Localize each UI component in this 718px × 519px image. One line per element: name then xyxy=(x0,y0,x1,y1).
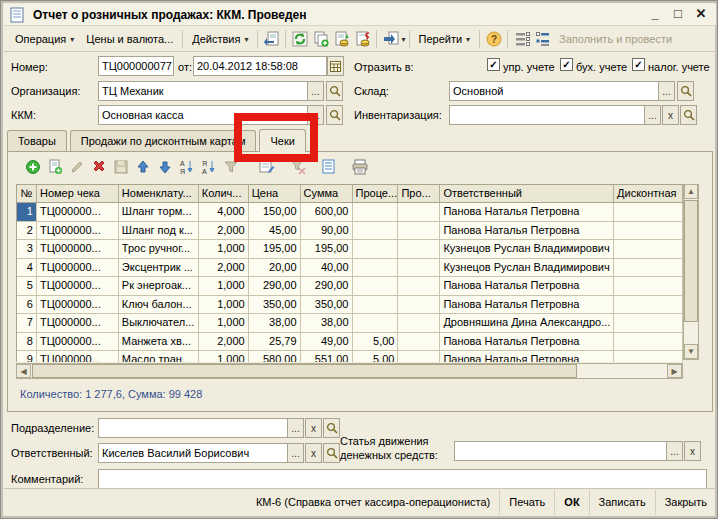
table-cell[interactable]: 6 xyxy=(17,296,37,315)
responsible-open-button[interactable] xyxy=(323,443,340,463)
table-cell[interactable] xyxy=(614,259,683,278)
table-cell[interactable]: ТЦ000000... xyxy=(37,296,119,315)
table-cell[interactable] xyxy=(398,222,440,241)
vertical-scroll-thumb[interactable] xyxy=(684,200,698,322)
table-cell[interactable] xyxy=(398,351,440,362)
table-cell[interactable] xyxy=(398,203,440,222)
table-cell[interactable]: 38,00 xyxy=(249,314,301,333)
table-row[interactable]: 2ТЦ000000...Шланг под к...2,00045,0090,0… xyxy=(17,222,683,241)
comment-input[interactable] xyxy=(98,469,707,489)
column-header[interactable]: № xyxy=(17,185,37,203)
report-structure-icon[interactable] xyxy=(534,31,551,48)
column-header[interactable]: Сумма xyxy=(301,185,353,203)
column-header[interactable]: Проце... xyxy=(353,185,399,203)
table-cell[interactable]: 2 xyxy=(17,222,37,241)
add-row-icon[interactable] xyxy=(24,159,41,176)
inventory-select-button[interactable]: ... xyxy=(644,105,661,125)
table-cell[interactable] xyxy=(353,296,399,315)
responsible-clear-button[interactable]: x xyxy=(305,443,322,463)
table-cell[interactable]: Трос ручног... xyxy=(119,240,199,259)
table-cell[interactable]: 2,000 xyxy=(199,222,249,241)
print-icon[interactable] xyxy=(351,159,368,176)
inventory-clear-button[interactable]: x xyxy=(662,105,679,125)
actions-menu[interactable]: Действия▾ xyxy=(186,30,254,48)
operation-menu[interactable]: Операция▾ xyxy=(9,30,80,48)
organization-open-button[interactable] xyxy=(326,81,343,101)
goto-menu[interactable]: Перейти▾ xyxy=(413,30,477,48)
table-cell[interactable]: 20,00 xyxy=(249,259,301,278)
delete-row-icon[interactable] xyxy=(90,159,107,176)
table-cell[interactable]: 7 xyxy=(17,314,37,333)
table-row[interactable]: 1ТЦ000000...Шланг торм...4,000150,00600,… xyxy=(17,203,683,222)
table-cell[interactable]: Панова Наталья Петровна xyxy=(440,222,614,241)
table-cell[interactable]: 5,00 xyxy=(353,351,399,362)
table-cell[interactable]: 25,79 xyxy=(249,333,301,352)
table-cell[interactable]: ТЦ000000... xyxy=(37,277,119,296)
table-cell[interactable] xyxy=(353,314,399,333)
table-cell[interactable]: Панова Наталья Петровна xyxy=(440,203,614,222)
table-cell[interactable]: ТЦ000000... xyxy=(37,240,119,259)
table-cell[interactable] xyxy=(398,277,440,296)
scroll-down-icon[interactable]: ▼ xyxy=(684,344,698,359)
table-cell[interactable] xyxy=(614,203,683,222)
table-cell[interactable]: 38,00 xyxy=(301,314,353,333)
cashflow-clear-button[interactable]: x xyxy=(684,441,701,461)
table-cell[interactable]: 150,00 xyxy=(249,203,301,222)
table-cell[interactable]: Кузнецов Руслан Владимирович xyxy=(440,240,614,259)
table-cell[interactable] xyxy=(614,277,683,296)
table-row[interactable]: 5ТЦ000000...Рк энергоак...1,000290,00290… xyxy=(17,277,683,296)
table-cell[interactable] xyxy=(353,222,399,241)
structure-icon[interactable] xyxy=(513,31,530,48)
table-cell[interactable]: 350,00 xyxy=(249,296,301,315)
column-header[interactable]: Номенклату... xyxy=(119,185,199,203)
division-open-button[interactable] xyxy=(323,418,340,438)
table-row[interactable]: 4ТЦ000000...Эксцентрик ...2,00020,0040,0… xyxy=(17,259,683,278)
scroll-left-icon[interactable]: ◀ xyxy=(16,364,31,378)
division-clear-button[interactable]: x xyxy=(305,418,322,438)
refresh-icon[interactable] xyxy=(291,31,308,48)
table-cell[interactable]: Выключател... xyxy=(119,314,199,333)
division-input[interactable] xyxy=(98,418,288,438)
table-cell[interactable]: 45,00 xyxy=(249,222,301,241)
unpost-document-icon[interactable] xyxy=(354,31,371,48)
table-cell[interactable] xyxy=(353,203,399,222)
table-cell[interactable] xyxy=(398,240,440,259)
table-cell[interactable]: Панова Наталья Петровна xyxy=(440,351,614,362)
scroll-up-icon[interactable]: ▲ xyxy=(684,184,698,199)
cashflow-select-button[interactable]: ... xyxy=(666,441,683,461)
prices-currency-button[interactable]: Цены и валюта... xyxy=(80,30,179,48)
table-cell[interactable] xyxy=(398,333,440,352)
column-header[interactable]: Колич... xyxy=(199,185,249,203)
table-cell[interactable]: 580,00 xyxy=(249,351,301,362)
table-cell[interactable] xyxy=(398,314,440,333)
sort-asc-icon[interactable]: АЯ xyxy=(178,159,195,176)
table-cell[interactable]: 40,00 xyxy=(301,259,353,278)
help-icon[interactable]: ? xyxy=(485,31,502,48)
table-cell[interactable]: 195,00 xyxy=(249,240,301,259)
table-cell[interactable]: Дровняшина Дина Александро... xyxy=(440,314,614,333)
table-cell[interactable]: 551,00 xyxy=(301,351,353,362)
division-select-button[interactable]: ... xyxy=(287,418,304,438)
ok-button[interactable]: ОК xyxy=(554,490,588,515)
number-input[interactable]: ТЦ000000077 xyxy=(98,56,174,76)
table-cell[interactable]: 290,00 xyxy=(301,277,353,296)
post-document-icon[interactable] xyxy=(333,31,350,48)
table-cell[interactable] xyxy=(353,259,399,278)
table-cell[interactable]: Ключ балон... xyxy=(119,296,199,315)
close-button[interactable]: ✕ xyxy=(694,6,708,21)
table-cell[interactable]: Шланг торм... xyxy=(119,203,199,222)
table-cell[interactable] xyxy=(614,351,683,362)
table-cell[interactable]: 195,00 xyxy=(301,240,353,259)
maximize-button[interactable]: □ xyxy=(671,6,685,21)
kkm-open-button[interactable] xyxy=(326,105,343,125)
table-row[interactable]: 6ТЦ000000...Ключ балон...1,000350,00350,… xyxy=(17,296,683,315)
organization-input[interactable]: ТЦ Механик xyxy=(98,81,308,101)
table-cell[interactable]: ТЦ000000... xyxy=(37,222,119,241)
table-cell[interactable]: 4 xyxy=(17,259,37,278)
sort-desc-icon[interactable]: ЯА xyxy=(200,159,217,176)
fill-and-post-button[interactable]: Заполнить и провести xyxy=(553,30,678,48)
table-cell[interactable]: Рк энергоак... xyxy=(119,277,199,296)
print-button[interactable]: Печать xyxy=(499,490,554,515)
create-based-on-icon[interactable] xyxy=(382,31,399,48)
table-cell[interactable]: ТЦ000000... xyxy=(37,333,119,352)
